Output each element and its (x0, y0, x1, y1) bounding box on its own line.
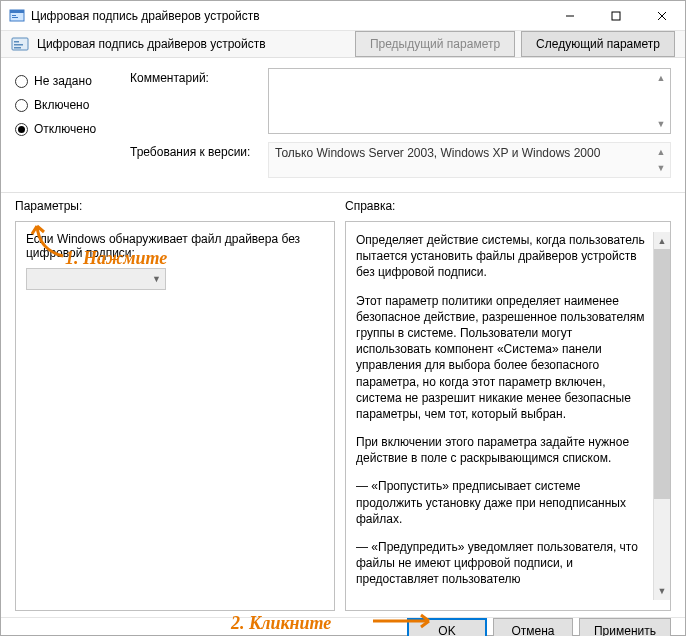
svg-rect-10 (14, 44, 23, 46)
radio-label: Включено (34, 98, 89, 112)
dialog-window: Цифровая подпись драйверов устройств (0, 0, 686, 636)
radio-label: Не задано (34, 74, 92, 88)
requirements-value: Только Windows Server 2003, Windows XP и… (275, 146, 600, 160)
window-title: Цифровая подпись драйверов устройств (31, 9, 260, 23)
svg-rect-5 (612, 12, 620, 20)
comment-textarea[interactable]: ▲ ▼ (268, 68, 671, 134)
radio-label: Отключено (34, 122, 96, 136)
svg-rect-11 (14, 47, 21, 49)
radio-icon (15, 123, 28, 136)
annotation-step2: 2. Кликните (231, 613, 331, 634)
radio-enabled[interactable]: Включено (15, 98, 120, 112)
svg-rect-9 (14, 41, 19, 43)
svg-rect-2 (12, 15, 16, 16)
scroll-down-icon[interactable]: ▼ (654, 117, 668, 131)
scroll-thumb[interactable] (654, 249, 670, 499)
scrollbar[interactable]: ▲ ▼ (653, 232, 670, 600)
help-header: Справка: (345, 199, 395, 213)
dialog-footer: 2. Кликните OK Отмена Применить (1, 617, 685, 636)
scroll-down-icon[interactable]: ▼ (654, 161, 668, 175)
behavior-dropdown[interactable]: ▼ (26, 268, 166, 290)
maximize-button[interactable] (593, 1, 639, 31)
radio-disabled[interactable]: Отключено (15, 122, 120, 136)
scroll-up-icon[interactable]: ▲ (654, 145, 668, 159)
ok-button[interactable]: OK (407, 618, 487, 636)
radio-not-configured[interactable]: Не задано (15, 74, 120, 88)
minimize-button[interactable] (547, 1, 593, 31)
scroll-down-icon[interactable]: ▼ (654, 583, 670, 600)
requirements-box: Только Windows Server 2003, Windows XP и… (268, 142, 671, 178)
params-panel: Если Windows обнаруживает файл драйвера … (15, 221, 335, 611)
titlebar: Цифровая подпись драйверов устройств (1, 1, 685, 31)
radio-icon (15, 75, 28, 88)
help-text: Определяет действие системы, когда польз… (356, 232, 653, 600)
close-button[interactable] (639, 1, 685, 31)
dialog-body: Не задано Включено Отключено Комментарий… (1, 58, 685, 617)
svg-rect-1 (10, 10, 24, 13)
state-radio-group: Не задано Включено Отключено (15, 68, 120, 178)
params-text: Если Windows обнаруживает файл драйвера … (26, 232, 324, 260)
comment-label: Комментарий: (130, 68, 260, 85)
cancel-button[interactable]: Отмена (493, 618, 573, 636)
app-icon (9, 8, 25, 24)
next-setting-button[interactable]: Следующий параметр (521, 31, 675, 57)
scroll-up-icon[interactable]: ▲ (654, 232, 670, 249)
help-panel: Определяет действие системы, когда польз… (345, 221, 671, 611)
params-header: Параметры: (15, 199, 345, 213)
policy-icon (11, 35, 29, 53)
svg-rect-3 (12, 17, 18, 18)
apply-button[interactable]: Применить (579, 618, 671, 636)
radio-icon (15, 99, 28, 112)
prev-setting-button[interactable]: Предыдущий параметр (355, 31, 515, 57)
requirements-label: Требования к версии: (130, 142, 260, 159)
dialog-header: Цифровая подпись драйверов устройств Пре… (1, 31, 685, 58)
policy-title: Цифровая подпись драйверов устройств (37, 37, 266, 51)
chevron-down-icon: ▼ (152, 274, 161, 284)
scroll-up-icon[interactable]: ▲ (654, 71, 668, 85)
